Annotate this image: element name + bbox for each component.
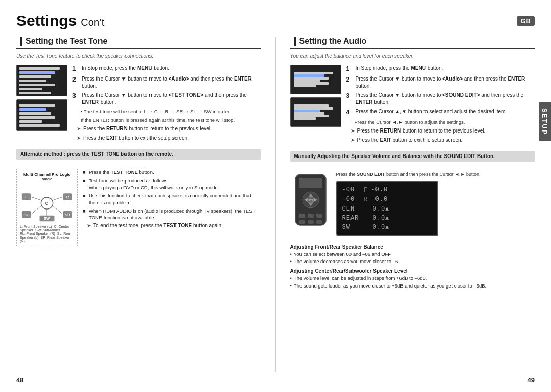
diagram-section: Multi-Channel Pro Logic Mode C L R: [16, 169, 261, 246]
gb-badge: GB: [517, 16, 535, 26]
adjusting-section: Adjusting Front/Rear Speaker Balance • Y…: [290, 244, 535, 290]
note-2: If the ENTER button is pressed again at …: [81, 117, 261, 123]
diagram-bullets: ■ Press the TEST TONE button. ■ Test ton…: [83, 169, 261, 246]
display-instruction: Press the SOUND EDIT button and then pre…: [336, 172, 535, 177]
diagram-title: Multi-Channel Pro Logic Mode: [20, 172, 74, 181]
title-settings: Settings: [16, 12, 77, 30]
left-section-title: Setting the Test Tone: [16, 37, 261, 49]
right-column: Setting the Audio You can adjust the bal…: [290, 37, 535, 372]
page-num-right: 49: [528, 376, 535, 384]
column-divider: [276, 37, 276, 372]
right-screen-images: [290, 65, 341, 144]
svg-rect-31: [316, 220, 322, 224]
display-row-r: -00 R -0.0: [342, 196, 432, 203]
adjusting-center-bullet-1: • The volume level can be adjusted in st…: [290, 275, 535, 281]
diagram-legend: L: Front Speaker (L) C: Center Speaker S…: [20, 225, 74, 243]
right-screen-image-1: [290, 65, 341, 94]
adjusting-center-title: Adjusting Center/Rear/Subwoofer Speaker …: [290, 268, 535, 274]
bullet-1: ■ Press the TEST TONE button.: [83, 169, 261, 175]
title-cont: Con't: [81, 17, 104, 29]
gray-box-alternate: Alternate method : press the TEST TONE b…: [16, 149, 261, 160]
remote-svg: ENTER: [293, 172, 329, 228]
bullet-3: ■ Use this function to check that each s…: [83, 192, 261, 206]
page-footer: 48 49: [16, 372, 535, 384]
setup-badge: SETUP: [539, 102, 551, 141]
bullet-4: ■ When HDMI AUDIO is on (audio is produc…: [83, 207, 261, 221]
right-note-1: Press the Cursor ◄,► button to adjust th…: [355, 119, 535, 125]
adjusting-front-title: Adjusting Front/Rear Speaker Balance: [290, 244, 535, 250]
left-subtitle: Use the Test Tone feature to check the s…: [16, 53, 261, 59]
right-section-title: Setting the Audio: [290, 37, 535, 49]
page-header: Settings Con't GB: [16, 12, 535, 30]
display-panel: -00 F -0.0 -00 R -0.0 CEN 0.0▲: [336, 181, 438, 236]
page-title: Settings Con't: [16, 12, 104, 30]
screen-image-2: [16, 99, 67, 131]
svg-text:SR: SR: [65, 213, 70, 217]
svg-line-15: [53, 206, 63, 215]
left-screen-images: [16, 65, 67, 142]
page-num-left: 48: [16, 376, 23, 384]
right-arrow-return: ➤ Press the RETURN button to return to t…: [350, 127, 535, 135]
right-step-4: 4 Press the Cursor ▲,▼ button to select …: [346, 108, 535, 117]
right-screen-image-2: [290, 97, 341, 127]
display-row-sw: SW 0.0▲: [342, 224, 432, 231]
svg-rect-18: [299, 178, 322, 188]
right-arrow-exit: ➤ Press the EXIT button to exit the setu…: [350, 137, 535, 144]
display-row-cen: CEN 0.0▲: [342, 205, 432, 213]
title-bar-left: [20, 37, 22, 46]
title-bar-right: [294, 37, 296, 46]
svg-line-14: [31, 206, 41, 215]
right-step-1: 1 In Stop mode, press the MENU button.: [346, 65, 535, 73]
remote-and-display: ENTER Press the SOUND EDIT button and th…: [290, 172, 535, 236]
screen-image-1: [16, 65, 67, 96]
adjusting-front-bullet-2: • The volume decreases as you move close…: [290, 258, 535, 265]
svg-rect-26: [299, 214, 305, 218]
main-content: Setting the Test Tone Use the Test Tone …: [16, 37, 535, 372]
svg-rect-29: [299, 220, 305, 224]
left-title-text: Setting the Test Tone: [26, 37, 107, 46]
step-1: 1 In Stop mode, press the MENU button.: [72, 65, 261, 73]
right-step-3: 3 Press the Cursor ▼ button to move to <…: [346, 92, 535, 106]
note-1: • The test tone will be sent to L → C → …: [81, 108, 261, 115]
left-column: Setting the Test Tone Use the Test Tone …: [16, 37, 261, 372]
display-section: Press the SOUND EDIT button and then pre…: [336, 172, 535, 236]
svg-text:R: R: [66, 195, 69, 199]
left-steps-section: 1 In Stop mode, press the MENU button. 2…: [16, 65, 261, 142]
left-steps-text: 1 In Stop mode, press the MENU button. 2…: [72, 65, 261, 142]
display-row-f: -00 F -0.0: [342, 186, 432, 194]
step-2: 2 Press the Cursor ▼ button to move to <…: [72, 75, 261, 90]
diagram-box: Multi-Channel Pro Logic Mode C L R: [16, 169, 78, 246]
right-steps-section: 1 In Stop mode, press the MENU button. 2…: [290, 65, 535, 144]
display-row-rear: REAR 0.0▲: [342, 215, 432, 222]
arrow-return: ➤ Press the RETURN button to return to t…: [77, 125, 261, 133]
right-subtitle: You can adjust the balance and level for…: [290, 53, 535, 59]
remote-image: ENTER: [290, 172, 331, 228]
end-arrow: ➤ To end the test tone, press the TEST T…: [87, 222, 261, 229]
speaker-diagram-svg: C L R SL SR: [20, 184, 74, 223]
right-title-text: Setting the Audio: [299, 37, 367, 46]
svg-text:C: C: [45, 201, 49, 206]
adjusting-front-bullet-1: • You can select between 00 and –06 and …: [290, 251, 535, 257]
svg-rect-30: [308, 220, 314, 224]
arrow-exit: ➤ Press the EXIT button to exit the setu…: [77, 135, 261, 142]
svg-text:L: L: [25, 195, 28, 199]
gray-box-manual: Manually Adjusting the Speaker Volume an…: [290, 151, 535, 162]
right-step-2: 2 Press the Cursor ▼ button to move to <…: [346, 75, 535, 90]
svg-text:SL: SL: [24, 213, 29, 217]
svg-line-13: [53, 197, 63, 200]
svg-text:ENTER: ENTER: [305, 199, 316, 202]
svg-rect-28: [316, 214, 322, 218]
bullet-2: ■ Test tone will be produced as follows:…: [83, 177, 261, 191]
svg-line-12: [31, 197, 41, 200]
svg-rect-27: [308, 214, 314, 218]
adjusting-center-bullet-2: • The sound gets louder as you move clos…: [290, 282, 535, 289]
right-steps-text: 1 In Stop mode, press the MENU button. 2…: [346, 65, 535, 144]
step-3: 3 Press the Cursor ▼ button to move to <…: [72, 92, 261, 106]
svg-text:SW: SW: [44, 217, 51, 221]
